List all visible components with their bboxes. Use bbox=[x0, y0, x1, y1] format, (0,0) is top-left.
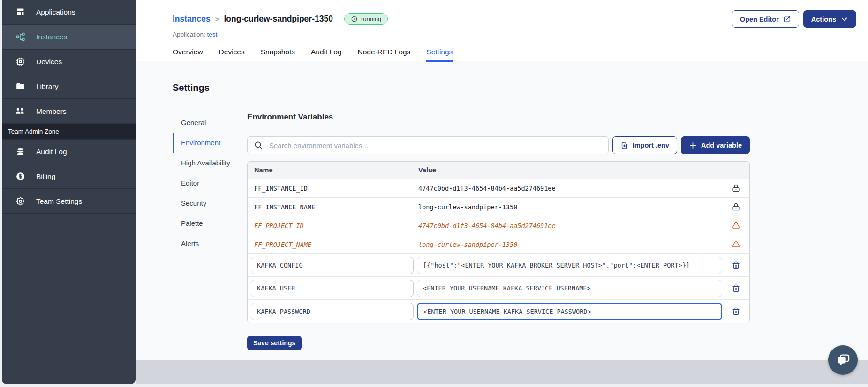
env-var-value: 4747c0bd-d1f3-4654-84b4-aa5d274691ee bbox=[416, 222, 722, 230]
sidebar-item-label: Billing bbox=[36, 172, 55, 181]
settings-title: Settings bbox=[173, 82, 839, 93]
add-variable-button[interactable]: Add variable bbox=[681, 136, 750, 154]
lock-icon bbox=[732, 184, 740, 193]
sidebar-item-label: Members bbox=[36, 107, 67, 116]
application-link[interactable]: test bbox=[207, 31, 218, 38]
search-icon bbox=[254, 141, 263, 150]
sidebar-item-billing[interactable]: Billing bbox=[2, 164, 136, 189]
delete-variable-button[interactable] bbox=[732, 284, 740, 293]
sidebar-item-label: Instances bbox=[36, 33, 67, 41]
env-var-value-input[interactable] bbox=[417, 257, 722, 274]
sidebar-item-devices[interactable]: Devices bbox=[2, 50, 136, 74]
column-header-value: Value bbox=[416, 166, 722, 174]
env-var-name: FF_INSTANCE_NAME bbox=[248, 203, 416, 211]
panel-title: Environment Variables bbox=[247, 112, 750, 128]
subnav-item-general[interactable]: General bbox=[173, 112, 232, 133]
open-editor-button[interactable]: Open Editor bbox=[732, 10, 799, 28]
import-env-button[interactable]: Import .env bbox=[612, 136, 677, 154]
subnav-item-palette[interactable]: Palette bbox=[173, 213, 232, 233]
subnav-item-high-availability[interactable]: High Availability bbox=[173, 153, 232, 173]
table-row: FF_INSTANCE_NAME long-curlew-sandpiper-1… bbox=[248, 198, 749, 216]
env-var-value-input-focused[interactable] bbox=[417, 303, 722, 320]
plus-icon bbox=[689, 141, 697, 149]
tab-audit-log[interactable]: Audit Log bbox=[311, 48, 342, 62]
chat-launcher-button[interactable] bbox=[828, 345, 858, 375]
instance-tabs: Overview Devices Snapshots Audit Log Nod… bbox=[173, 48, 856, 62]
env-var-value: long-curlew-sandpiper-1350 bbox=[416, 241, 722, 248]
open-editor-label: Open Editor bbox=[740, 15, 779, 23]
trash-icon bbox=[732, 261, 740, 270]
team-settings-icon bbox=[15, 196, 25, 206]
trash-icon bbox=[732, 284, 740, 293]
sidebar-item-instances[interactable]: Instances bbox=[2, 25, 136, 50]
trash-icon bbox=[732, 307, 740, 316]
column-header-name: Name bbox=[248, 166, 416, 174]
env-var-name: FF_PROJECT_NAME bbox=[248, 241, 416, 248]
sidebar: Applications Instances Devices Library M… bbox=[2, 0, 136, 384]
env-var-value: long-curlew-sandpiper-1350 bbox=[416, 203, 722, 211]
team-admin-zone-label: Team Admin Zone bbox=[8, 128, 59, 135]
env-var-value-input[interactable] bbox=[417, 280, 722, 297]
settings-content: Settings General Environment High Availa… bbox=[136, 61, 868, 350]
devices-icon bbox=[15, 57, 25, 67]
tab-settings[interactable]: Settings bbox=[426, 48, 453, 62]
status-badge: running bbox=[344, 13, 388, 25]
status-badge-label: running bbox=[361, 15, 381, 22]
env-vars-table: Name Value FF_INSTANCE_ID 4747c0bd-d1f3-… bbox=[247, 161, 750, 323]
lock-icon bbox=[732, 202, 740, 211]
library-icon bbox=[15, 82, 25, 91]
env-var-name-input[interactable] bbox=[251, 303, 414, 320]
tab-snapshots[interactable]: Snapshots bbox=[261, 48, 295, 62]
search-box bbox=[247, 136, 609, 154]
table-row: FF_INSTANCE_ID 4747c0bd-d1f3-4654-84b4-a… bbox=[248, 179, 749, 198]
subnav-item-security[interactable]: Security bbox=[173, 193, 232, 213]
save-settings-button[interactable]: Save settings bbox=[247, 336, 302, 350]
table-row bbox=[248, 300, 749, 323]
tab-devices[interactable]: Devices bbox=[219, 48, 245, 62]
sidebar-item-label: Devices bbox=[36, 58, 62, 66]
instance-header: Instances > long-curlew-sandpiper-1350 r… bbox=[136, 0, 868, 61]
breadcrumb-instances-link[interactable]: Instances bbox=[173, 14, 211, 24]
sidebar-item-audit-log[interactable]: Audit Log bbox=[2, 140, 136, 164]
main-area: Instances > long-curlew-sandpiper-1350 r… bbox=[136, 0, 868, 360]
sidebar-item-label: Team Settings bbox=[36, 197, 82, 206]
team-admin-zone-header: Team Admin Zone bbox=[2, 124, 136, 140]
sidebar-item-members[interactable]: Members bbox=[2, 99, 136, 124]
subnav-item-editor[interactable]: Editor bbox=[173, 173, 232, 193]
actions-button[interactable]: Actions bbox=[803, 10, 856, 28]
warning-icon bbox=[732, 240, 740, 249]
play-circle-icon bbox=[351, 15, 358, 22]
subnav-item-alerts[interactable]: Alerts bbox=[173, 233, 232, 253]
instances-icon bbox=[15, 32, 25, 42]
chat-bubbles-icon bbox=[835, 352, 851, 368]
billing-icon bbox=[15, 171, 25, 181]
environment-panel: Environment Variables Import .env Add va… bbox=[247, 112, 750, 350]
delete-variable-button[interactable] bbox=[732, 307, 740, 316]
env-var-name-input[interactable] bbox=[251, 280, 414, 297]
tab-overview[interactable]: Overview bbox=[173, 48, 203, 62]
vertical-divider bbox=[233, 112, 233, 350]
table-row bbox=[248, 277, 749, 300]
import-env-label: Import .env bbox=[633, 141, 669, 149]
table-row: FF_PROJECT_NAME long-curlew-sandpiper-13… bbox=[248, 235, 749, 254]
warning-icon bbox=[732, 221, 740, 230]
sidebar-item-applications[interactable]: Applications bbox=[2, 0, 136, 25]
delete-variable-button[interactable] bbox=[732, 261, 740, 270]
page-title: long-curlew-sandpiper-1350 bbox=[224, 14, 333, 24]
settings-subnav: General Environment High Availability Ed… bbox=[173, 112, 232, 350]
breadcrumb: Instances > long-curlew-sandpiper-1350 bbox=[173, 14, 333, 24]
search-input[interactable] bbox=[268, 141, 602, 150]
sidebar-item-library[interactable]: Library bbox=[2, 74, 136, 99]
env-var-name: FF_PROJECT_ID bbox=[248, 222, 416, 230]
sidebar-item-team-settings[interactable]: Team Settings bbox=[2, 189, 136, 214]
subnav-item-environment[interactable]: Environment bbox=[173, 133, 232, 153]
sidebar-item-label: Applications bbox=[36, 8, 75, 16]
application-line: Application: test bbox=[173, 31, 856, 38]
sidebar-item-label: Library bbox=[36, 82, 58, 91]
members-icon bbox=[15, 106, 25, 116]
breadcrumb-separator: > bbox=[215, 15, 219, 23]
env-var-name-input[interactable] bbox=[251, 257, 414, 274]
footer-strip bbox=[136, 360, 868, 384]
external-link-icon bbox=[783, 15, 791, 23]
tab-node-red-logs[interactable]: Node-RED Logs bbox=[358, 48, 411, 62]
